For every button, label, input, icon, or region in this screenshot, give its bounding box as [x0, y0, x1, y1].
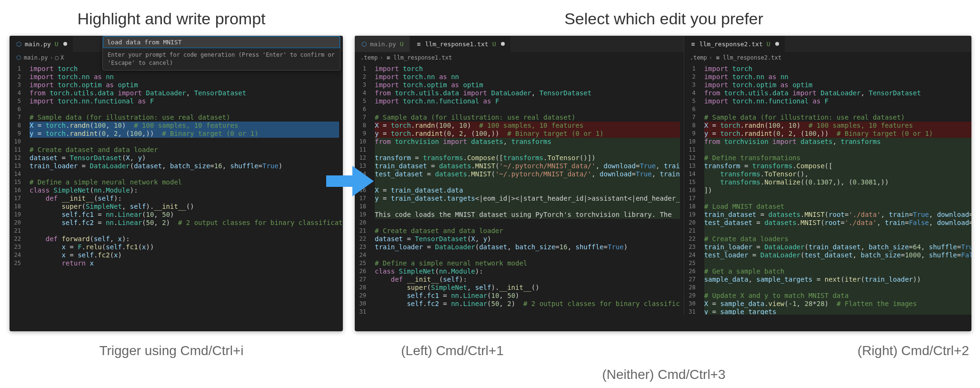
- code-line[interactable]: # Create data loaders: [704, 235, 971, 243]
- code-line[interactable]: test_dataset = datasets.MNIST('~/.pytorc…: [375, 170, 680, 178]
- code-line[interactable]: # Load MNIST dataset: [704, 203, 971, 211]
- code-line[interactable]: y = sample_targets: [704, 308, 971, 315]
- code-line[interactable]: super(SimpleNet, self).__init__(): [375, 284, 680, 292]
- code-line[interactable]: from torch.utils.data import DataLoader,…: [375, 89, 680, 97]
- code-body[interactable]: import torchimport torch.nn as nnimport …: [700, 63, 971, 315]
- code-line[interactable]: self.fc1 = nn.Linear(10, 50): [30, 211, 339, 219]
- code-line[interactable]: import torch.nn as nn: [30, 73, 339, 81]
- code-line[interactable]: dataset = TensorDataset(X, y): [30, 154, 339, 162]
- code-line[interactable]: # Sample data (for illustration: use rea…: [375, 113, 680, 122]
- tab-response1[interactable]: ≡ llm_response1.txt U: [410, 36, 511, 52]
- code-line[interactable]: train_loader = DataLoader(dataset, batch…: [375, 243, 680, 251]
- code-line[interactable]: from torch.utils.data import DataLoader,…: [30, 89, 339, 97]
- code-line[interactable]: self.fc2 = nn.Linear(50, 2) # 2 output c…: [30, 219, 339, 227]
- code-line[interactable]: train_dataset = datasets.MNIST('~/.pytor…: [375, 162, 680, 170]
- code-line[interactable]: transforms.ToTensor(),: [704, 170, 971, 178]
- code-line[interactable]: from torchvision import datasets, transf…: [375, 138, 680, 146]
- prompt-input[interactable]: [103, 36, 340, 48]
- code-line[interactable]: # Update X and y to match MNIST data: [704, 292, 971, 300]
- code-line[interactable]: transform = transforms.Compose([: [704, 162, 971, 170]
- code-line[interactable]: [375, 219, 680, 227]
- code-line[interactable]: super(SimpleNet, self).__init__(): [30, 203, 339, 211]
- code-line[interactable]: # Define a simple neural network model: [375, 259, 680, 267]
- code-line[interactable]: [375, 146, 680, 154]
- code-line[interactable]: [375, 251, 680, 259]
- code-line[interactable]: # Create dataset and data loader: [30, 146, 339, 154]
- code-line[interactable]: import torch.optim as optim: [375, 81, 680, 89]
- tab-main-py[interactable]: ⬡ main.py U: [355, 36, 410, 52]
- code-line[interactable]: test_loader = DataLoader(test_dataset, b…: [704, 251, 971, 259]
- code-area[interactable]: 1234567891011121314151617181920212223242…: [10, 63, 343, 269]
- code-line[interactable]: X = torch.randn(100, 10) # 100 samples, …: [704, 122, 971, 130]
- code-line[interactable]: x = self.fc2(x): [30, 251, 339, 259]
- code-line[interactable]: train_dataset = datasets.MNIST(root='./d…: [704, 211, 971, 219]
- code-line[interactable]: # Define transformations: [704, 154, 971, 162]
- code-line[interactable]: [375, 178, 680, 186]
- code-line[interactable]: This code loads the MNIST dataset using …: [375, 211, 680, 219]
- code-line[interactable]: y = train_dataset.targets<|eom_id|><|sta…: [375, 194, 680, 203]
- code-line[interactable]: import torch.optim as optim: [30, 81, 339, 89]
- code-line[interactable]: return x: [30, 259, 339, 267]
- code-line[interactable]: # Define a simple neural network model: [30, 178, 339, 186]
- code-line[interactable]: from torch.utils.data import DataLoader,…: [704, 89, 971, 97]
- code-line[interactable]: # Sample data (for illustration: use rea…: [704, 113, 971, 122]
- code-line[interactable]: train_loader = DataLoader(dataset, batch…: [30, 162, 339, 170]
- code-line[interactable]: dataset = TensorDataset(X, y): [375, 235, 680, 243]
- code-line[interactable]: X = torch.randn(100, 10) # 100 samples, …: [30, 122, 339, 130]
- code-line[interactable]: [704, 227, 971, 235]
- code-line[interactable]: [30, 138, 339, 146]
- code-area[interactable]: 1234567891011121314151617181920212223242…: [684, 63, 971, 315]
- code-line[interactable]: class SimpleNet(nn.Module):: [375, 267, 680, 276]
- code-line[interactable]: [30, 105, 339, 113]
- code-line[interactable]: y = torch.randint(0, 2, (100,)) # Binary…: [704, 130, 971, 138]
- code-line[interactable]: x = F.relu(self.fc1(x)): [30, 243, 339, 251]
- code-line[interactable]: [704, 105, 971, 113]
- code-line[interactable]: # Create dataset and data loader: [375, 227, 680, 235]
- code-line[interactable]: import torch.nn as nn: [375, 73, 680, 81]
- code-line[interactable]: [375, 203, 680, 211]
- code-line[interactable]: sample_data, sample_targets = next(iter(…: [704, 276, 971, 284]
- code-line[interactable]: def __init__(self):: [30, 194, 339, 203]
- code-line[interactable]: [704, 194, 971, 203]
- code-line[interactable]: [375, 105, 680, 113]
- code-line[interactable]: [30, 170, 339, 178]
- code-line[interactable]: def __init__(self):: [375, 276, 680, 284]
- code-line[interactable]: import torch.nn.functional as F: [30, 97, 339, 105]
- code-line[interactable]: self.fc2 = nn.Linear(50, 2) # 2 output c…: [375, 300, 680, 308]
- caption-right-shortcut: (Right) Cmd/Ctrl+2: [550, 343, 979, 358]
- code-line[interactable]: y = torch.randint(0, 2, (100,)) # Binary…: [375, 130, 680, 138]
- code-line[interactable]: from torchvision import datasets, transf…: [704, 138, 971, 146]
- code-line[interactable]: self.fc1 = nn.Linear(10, 50): [375, 292, 680, 300]
- code-line[interactable]: test_dataset = datasets.MNIST(root='./da…: [704, 219, 971, 227]
- code-line[interactable]: # Get a sample batch: [704, 267, 971, 276]
- code-line[interactable]: train_loader = DataLoader(train_dataset,…: [704, 243, 971, 251]
- code-line[interactable]: y = torch.randint(0, 2, (100,)) # Binary…: [30, 130, 339, 138]
- code-line[interactable]: class SimpleNet(nn.Module):: [30, 186, 339, 194]
- code-line[interactable]: import torch: [704, 65, 971, 73]
- code-line[interactable]: X = sample_data.view(-1, 28*28) # Flatte…: [704, 300, 971, 308]
- code-line[interactable]: [704, 259, 971, 267]
- code-body[interactable]: import torchimport torch.nn as nnimport …: [371, 63, 684, 315]
- code-line[interactable]: ]): [704, 186, 971, 194]
- code-line[interactable]: import torch: [375, 65, 680, 73]
- breadcrumb[interactable]: .temp › ≡ llm_response1.txt: [355, 52, 684, 63]
- code-line[interactable]: transforms.Normalize((0.1307,), (0.3081,…: [704, 178, 971, 186]
- tab-response2[interactable]: ≡ llm_response2.txt U: [684, 36, 785, 52]
- tab-main-py[interactable]: ⬡ main.py U: [10, 36, 73, 52]
- code-line[interactable]: [704, 284, 971, 292]
- breadcrumb[interactable]: .temp › ≡ llm_response2.txt: [684, 52, 971, 63]
- code-line[interactable]: X = torch.randn(100, 10) # 100 samples, …: [375, 122, 680, 130]
- code-line[interactable]: [30, 227, 339, 235]
- code-line[interactable]: [704, 146, 971, 154]
- code-line[interactable]: [375, 308, 680, 315]
- code-area[interactable]: 1234567891011121314151617181920212223242…: [355, 63, 684, 315]
- code-body[interactable]: import torchimport torch.nn as nnimport …: [26, 63, 343, 269]
- code-line[interactable]: # Sample data (for illustration: use rea…: [30, 113, 339, 122]
- code-line[interactable]: X = train_dataset.data: [375, 186, 680, 194]
- code-line[interactable]: import torch.optim as optim: [704, 81, 971, 89]
- code-line[interactable]: import torch.nn as nn: [704, 73, 971, 81]
- code-line[interactable]: transform = transforms.Compose([transfor…: [375, 154, 680, 162]
- code-line[interactable]: def forward(self, x):: [30, 235, 339, 243]
- code-line[interactable]: import torch.nn.functional as F: [375, 97, 680, 105]
- code-line[interactable]: import torch.nn.functional as F: [704, 97, 971, 105]
